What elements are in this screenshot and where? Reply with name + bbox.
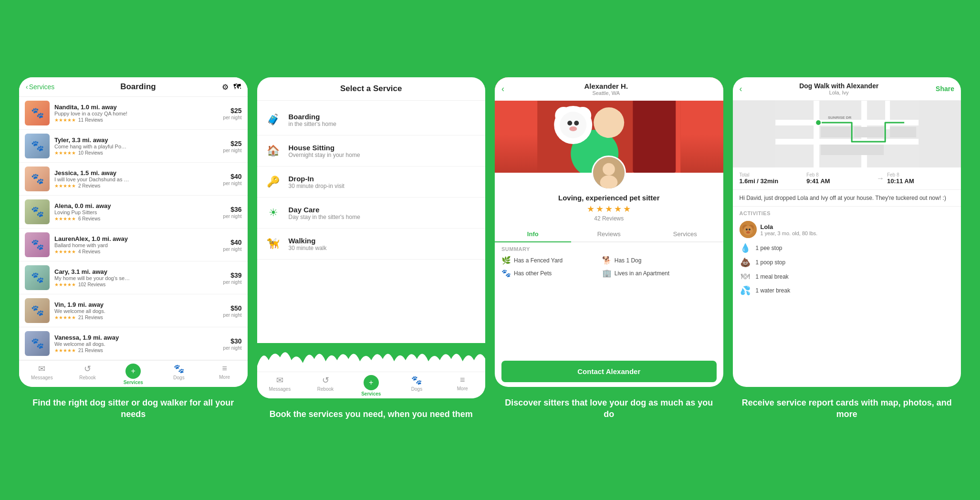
tab-item-services[interactable]: + Services	[110, 364, 156, 385]
service-item-day-care[interactable]: ☀ Day Care Day stay in the sitter's home	[257, 198, 486, 229]
walk-map: SUNRISE DR	[733, 101, 961, 167]
phone4-screen: ‹ Dog Walk with Alexander Lola, Ivy Shar…	[733, 77, 961, 387]
summary-header: SUMMARY	[495, 242, 723, 254]
page-title: Boarding	[54, 82, 221, 92]
sitter-avatar-0: 🐾	[25, 101, 50, 125]
stars-7: ★★★★★	[54, 348, 76, 353]
walk-title: Dog Walk with Alexander	[799, 82, 878, 90]
back-button[interactable]: ‹ Services	[26, 83, 54, 91]
review-count-3: 6 Reviews	[78, 216, 100, 221]
stars-1: ★★★★★	[54, 150, 76, 156]
tab-item-dogs[interactable]: 🐾 Dogs	[394, 375, 440, 396]
service-item-drop-in[interactable]: 🔑 Drop-In 30 minute drop-in visit	[257, 167, 486, 198]
tab-reviews[interactable]: Reviews	[571, 227, 647, 241]
service-item-walking[interactable]: 🦮 Walking 30 minute walk	[257, 229, 486, 260]
sitter-avatar-7: 🐾	[25, 331, 50, 356]
map-icon[interactable]: 🗺	[233, 83, 241, 92]
sitter-item[interactable]: 🐾 Jessica, 1.5 mi. away I will love your…	[19, 163, 248, 196]
sitter-price-1: $25 per night	[223, 139, 242, 153]
svg-rect-27	[854, 145, 884, 155]
svg-rect-24	[821, 127, 850, 137]
phone3-header: ‹ Alexander H. Seattle, WA	[495, 77, 723, 101]
tab-label-3: Dogs	[411, 386, 422, 392]
p4-back-button[interactable]: ‹	[740, 84, 742, 94]
tab-icon-2: +	[369, 378, 373, 387]
service-icon-2: 🔑	[265, 173, 282, 190]
share-button[interactable]: Share	[936, 85, 954, 93]
tab-info[interactable]: Info	[495, 227, 571, 242]
price-amount-6: $50	[230, 304, 241, 312]
sitter-item[interactable]: 🐾 Vanessa, 1.9 mi. away We welcome all d…	[19, 327, 248, 360]
tab-item-dogs[interactable]: 🐾 Dogs	[156, 364, 202, 385]
service-desc-2: 30 minute drop-in visit	[289, 183, 344, 189]
dog-info: Lola 1 year, 3 mo. old, 80 lbs.	[761, 223, 818, 236]
review-count-5: 102 Reviews	[78, 282, 105, 287]
tab-item-more[interactable]: ≡ More	[439, 375, 485, 396]
star-5: ★	[623, 204, 631, 214]
tab-item-rebook[interactable]: ↺ Rebook	[302, 375, 348, 396]
sitter-name-5: Cary, 3.1 mi. away	[54, 268, 219, 275]
tab-item-rebook[interactable]: ↺ Rebook	[65, 364, 111, 385]
activity-item-1: 💩 1 poop stop	[733, 255, 961, 270]
sitter-name-0: Nandita, 1.0 mi. away	[54, 104, 219, 111]
phone3-card: ‹ Alexander H. Seattle, WA	[493, 75, 725, 425]
service-desc-3: Day stay in the sitter's home	[289, 214, 360, 220]
price-amount-2: $40	[230, 173, 241, 180]
summary-text-0: Has a Fenced Yard	[514, 257, 563, 264]
service-text-2: Drop-In 30 minute drop-in visit	[289, 175, 344, 189]
activity-icon-0: 💧	[740, 243, 751, 253]
svg-point-10	[567, 121, 572, 125]
service-item-boarding[interactable]: 🧳 Boarding in the sitter's home	[257, 104, 486, 135]
sitter-avatar-1: 🐾	[25, 134, 50, 158]
sitter-info-2: Jessica, 1.5 mi. away I will love your D…	[54, 169, 219, 188]
star-4: ★	[614, 204, 622, 214]
tab-label-2: Services	[361, 391, 381, 396]
svg-rect-28	[890, 127, 916, 137]
activities-header: ACTIVITIES	[733, 207, 961, 218]
price-unit-0: per night	[223, 115, 242, 120]
service-name-3: Day Care	[289, 206, 360, 214]
tab-label-4: More	[457, 386, 468, 391]
service-icon-4: 🦮	[265, 235, 282, 252]
sitter-tagline: Loving, experienced pet sitter	[558, 194, 660, 202]
tab-item-messages[interactable]: ✉ Messages	[257, 375, 303, 396]
service-text-0: Boarding in the sitter's home	[289, 113, 336, 127]
filter-icon[interactable]: ⚙	[222, 83, 229, 92]
sitter-location: Seattle, WA	[504, 90, 708, 96]
price-unit-1: per night	[223, 148, 242, 153]
sitter-avatar-4: 🐾	[25, 232, 50, 257]
tab-label-4: More	[219, 375, 230, 380]
sitter-avatar-3: 🐾	[25, 199, 50, 224]
back-chevron-icon: ‹	[26, 83, 28, 91]
service-desc-4: 30 minute walk	[289, 245, 327, 251]
sitter-info-4: LaurenAlex, 1.0 mi. away Ballard home wi…	[54, 235, 219, 254]
tab-item-messages[interactable]: ✉ Messages	[19, 364, 65, 385]
svg-point-35	[746, 231, 750, 234]
contact-button[interactable]: Contact Alexander	[501, 361, 717, 382]
summary-icon-2: 🐾	[501, 269, 511, 278]
avatar-svg	[593, 156, 625, 190]
grass-svg	[257, 343, 486, 372]
sitter-item[interactable]: 🐾 Nandita, 1.0 mi. away Puppy love in a …	[19, 97, 248, 130]
sitter-item[interactable]: 🐾 Alena, 0.0 mi. away Loving Pup Sitters…	[19, 196, 248, 229]
activity-item-3: 💦 1 water break	[733, 283, 961, 298]
sitter-item[interactable]: 🐾 Vin, 1.9 mi. away We welcome all dogs.…	[19, 294, 248, 327]
sitter-rating-2: ★★★★★ 2 Reviews	[54, 183, 219, 188]
stars-2: ★★★★★	[54, 183, 76, 188]
service-item-house-sitting[interactable]: 🏠 House Sitting Overnight stay in your h…	[257, 135, 486, 167]
sitter-item[interactable]: 🐾 Cary, 3.1 mi. away My home will be you…	[19, 261, 248, 294]
price-amount-1: $25	[230, 140, 241, 147]
tab-item-services[interactable]: + Services	[348, 375, 394, 396]
sitter-desc-7: We welcome all dogs.	[54, 341, 131, 347]
tab-item-more[interactable]: ≡ More	[202, 364, 248, 385]
sitter-item[interactable]: 🐾 Tyler, 3.3 mi. away Come hang with a p…	[19, 130, 248, 163]
tab-services[interactable]: Services	[647, 227, 723, 241]
back-label: Services	[29, 83, 55, 91]
tab-icon-4: ≡	[222, 364, 227, 374]
sitter-rating-7: ★★★★★ 21 Reviews	[54, 348, 219, 353]
tab-icon-0: ✉	[276, 375, 283, 385]
review-count-2: 2 Reviews	[78, 183, 100, 188]
svg-point-11	[574, 121, 579, 125]
tab-label-1: Rebook	[79, 375, 95, 380]
sitter-item[interactable]: 🐾 LaurenAlex, 1.0 mi. away Ballard home …	[19, 229, 248, 261]
